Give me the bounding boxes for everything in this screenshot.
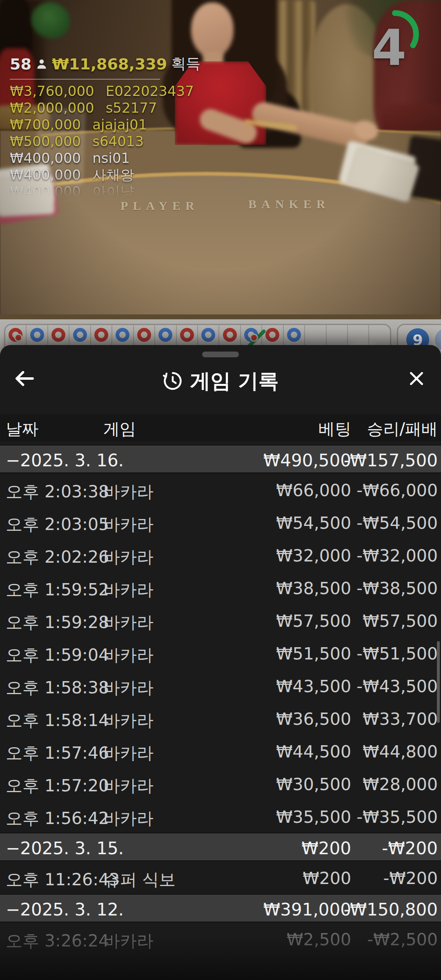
sheet-handle-row — [0, 345, 441, 360]
row-time: 오후 1:58:14 — [6, 709, 109, 732]
row-winloss: -₩54,500 — [356, 513, 438, 533]
group-bet-total: ₩490,500 — [263, 450, 351, 470]
winner-amount: ₩3,760,000 — [10, 83, 94, 100]
row-bet: ₩57,500 — [276, 611, 351, 631]
winner-row: ₩700,000 ajajaj01 — [10, 116, 230, 133]
row-bet: ₩35,500 — [276, 807, 351, 827]
road-banker-circle — [137, 328, 151, 342]
row-winloss: -₩38,500 — [356, 579, 438, 598]
history-group-row[interactable]: −2025. 3. 16. ₩490,500 -₩157,500 — [0, 445, 441, 473]
road-banker-circle — [223, 328, 237, 342]
group-winloss-total: -₩150,800 — [344, 900, 438, 920]
history-row: 오후 1:56:42 바카라 ₩35,500 -₩35,500 — [0, 800, 441, 833]
road-banker-circle — [51, 328, 65, 342]
row-time: 오후 1:57:46 — [6, 742, 109, 764]
group-bet-total: ₩200 — [301, 838, 351, 858]
history-row: 오후 1:58:14 바카라 ₩36,500 ₩33,700 — [0, 702, 441, 735]
road-banker-circle — [180, 328, 194, 342]
screen: PLAYER BANKER 58 ₩11,868,339 획득 ₩3,760,0… — [0, 0, 441, 980]
row-game: 슈퍼 식보 — [103, 869, 176, 891]
road-player-circle — [30, 328, 44, 342]
road-banker-circle — [9, 328, 22, 342]
row-time: 오후 11:26:43 — [6, 869, 120, 891]
winner-amount: ₩400,000 — [10, 150, 81, 167]
scrollbar-thumb[interactable] — [437, 641, 440, 723]
winner-amount: ₩700,000 — [10, 116, 81, 133]
history-column-header: 날짜 게임 베팅 승리/패배 — [0, 414, 441, 441]
pair-dot-icon — [251, 335, 257, 341]
winners-total-amount: ₩11,868,339 — [52, 55, 167, 73]
row-game: 바카라 — [103, 775, 154, 797]
winner-row: ₩400,000 아이냥 — [10, 183, 230, 200]
group-date: −2025. 3. 15. — [6, 838, 124, 858]
history-group-row[interactable]: −2025. 3. 12. ₩391,000 -₩150,800 — [0, 894, 441, 922]
history-row: 오후 11:26:43 슈퍼 식보 ₩200 -₩200 — [0, 861, 441, 894]
table-label-banker: BANKER — [248, 197, 330, 211]
road-player-circle — [201, 328, 215, 342]
winners-won-label: 획득 — [171, 54, 200, 74]
group-date: −2025. 3. 16. — [6, 450, 124, 470]
row-bet: ₩30,500 — [276, 775, 351, 794]
row-game: 바카라 — [103, 611, 154, 634]
drag-handle[interactable] — [202, 352, 239, 357]
row-time: 오후 1:58:38 — [6, 677, 109, 699]
history-list: −2025. 3. 16. ₩490,500 -₩157,500 오후 2:03… — [0, 441, 441, 955]
road-banker-circle — [265, 328, 279, 342]
history-row: 오후 1:59:28 바카라 ₩57,500 ₩57,500 — [0, 604, 441, 637]
row-game: 바카라 — [103, 930, 154, 952]
road-player-circle — [287, 328, 301, 342]
row-time: 오후 1:59:04 — [6, 644, 109, 666]
winner-amount: ₩500,000 — [10, 133, 81, 150]
group-date: −2025. 3. 12. — [6, 900, 124, 920]
column-date: 날짜 — [6, 418, 38, 440]
column-bet: 베팅 — [318, 418, 351, 440]
group-winloss-total: -₩157,500 — [344, 450, 438, 470]
row-time: 오후 2:03:05 — [6, 513, 109, 536]
winner-name: 사채왕 — [92, 167, 134, 183]
road-banker-circle — [94, 328, 108, 342]
winner-name: ajajaj01 — [92, 116, 147, 133]
row-bet: ₩32,000 — [276, 546, 351, 566]
group-bet-total: ₩391,000 — [263, 900, 351, 920]
column-game: 게임 — [103, 418, 136, 440]
history-icon — [162, 370, 183, 392]
row-winloss: -₩2,500 — [367, 930, 438, 949]
row-game: 바카라 — [103, 546, 154, 568]
close-button[interactable] — [402, 364, 431, 393]
pair-dot-icon — [16, 335, 21, 341]
betting-countdown: 4 — [351, 2, 441, 84]
row-winloss: ₩33,700 — [363, 709, 438, 729]
winner-name: 아이냥 — [92, 183, 134, 200]
winner-row: ₩2,000,000 s52177 — [10, 100, 230, 116]
countdown-number: 4 — [367, 19, 412, 77]
winner-row: ₩500,000 s64013 — [10, 133, 230, 150]
row-game: 바카라 — [103, 579, 154, 601]
history-row: 오후 1:57:20 바카라 ₩30,500 ₩28,000 — [0, 767, 441, 800]
sheet-title-bar: 게임 기록 — [0, 360, 441, 402]
table-label-player: PLAYER — [120, 199, 199, 213]
sheet-title: 게임 기록 — [162, 368, 278, 395]
row-time: 오후 1:57:20 — [6, 775, 109, 797]
row-game: 바카라 — [103, 677, 154, 699]
close-icon — [407, 369, 426, 388]
row-bet: ₩54,500 — [276, 513, 351, 533]
row-bet: ₩44,500 — [276, 742, 351, 762]
winners-ticker: 58 ₩11,868,339 획득 ₩3,760,000 E022023437 … — [10, 54, 230, 200]
row-winloss: -₩200 — [383, 869, 438, 888]
winners-divider — [10, 79, 160, 80]
row-winloss: ₩44,800 — [363, 742, 438, 762]
history-row: 오후 2:03:38 바카라 ₩66,000 -₩66,000 — [0, 473, 441, 506]
winner-count: 58 — [10, 55, 31, 73]
row-bet: ₩36,500 — [276, 709, 351, 729]
table-edge-bar — [0, 314, 441, 319]
row-game: 바카라 — [103, 481, 154, 503]
row-game: 바카라 — [103, 807, 154, 830]
road-player-circle — [116, 328, 129, 342]
winner-name: s52177 — [106, 100, 157, 116]
back-button[interactable] — [10, 364, 39, 393]
group-winloss-total: -₩200 — [382, 838, 438, 858]
history-group-row[interactable]: −2025. 3. 15. ₩200 -₩200 — [0, 833, 441, 861]
row-time: 오후 3:26:24 — [6, 930, 109, 952]
row-bet: ₩51,500 — [276, 644, 351, 664]
history-row: 오후 2:03:05 바카라 ₩54,500 -₩54,500 — [0, 506, 441, 539]
